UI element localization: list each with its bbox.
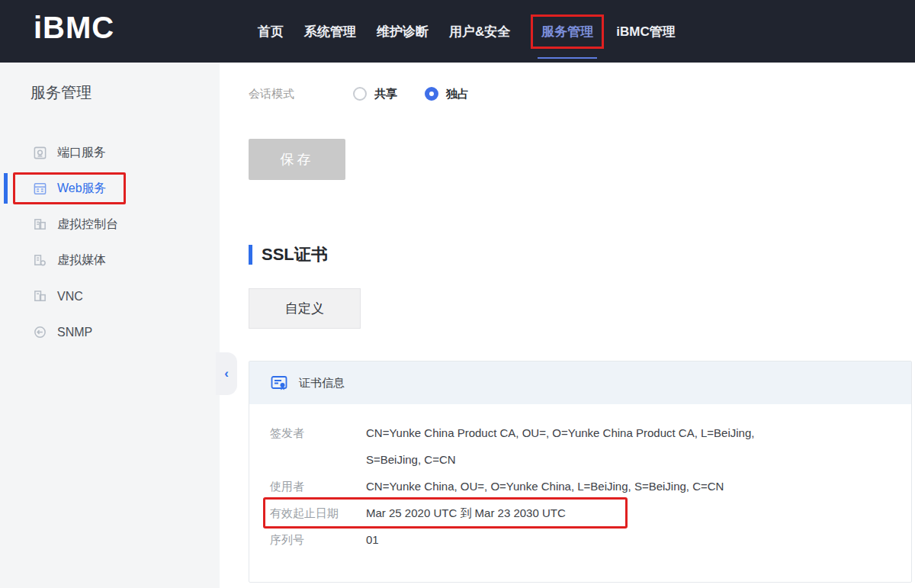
sidebar-item-vnc[interactable]: VNC [0, 278, 220, 314]
radio-shared-label: 共享 [374, 87, 397, 101]
nav-tab-service-management-label: 服务管理 [541, 24, 593, 39]
cert-row-issuer: 签发者 CN=Yunke China Product CA, OU=, O=Yu… [270, 419, 888, 473]
nav-tab-system-management[interactable]: 系统管理 [304, 23, 356, 40]
radio-shared-dot [353, 87, 367, 101]
chevron-left-icon: ‹ [224, 366, 229, 381]
sidebar-title: 服务管理 [0, 63, 220, 103]
section-accent-bar [249, 245, 252, 265]
radio-exclusive-label: 独占 [446, 87, 469, 101]
virtual-media-icon [32, 253, 47, 268]
sidebar-item-label: SNMP [57, 326, 92, 339]
sidebar-item-label: 虚拟媒体 [57, 252, 106, 268]
ibmc-logo: iBMC [34, 11, 114, 45]
cert-validity-value: Mar 25 2020 UTC 到 Mar 23 2030 UTC [366, 500, 566, 526]
ssl-section-title: SSL证书 [262, 243, 328, 266]
main-nav: 首页 系统管理 维护诊断 用户&安全 服务管理 iBMC管理 [258, 0, 696, 63]
certificate-panel-body: 签发者 CN=Yunke China Product CA, OU=, O=Yu… [249, 404, 911, 553]
nav-tab-user-security[interactable]: 用户&安全 [449, 23, 510, 40]
custom-certificate-button[interactable]: 自定义 [249, 288, 361, 329]
sidebar-item-label: 端口服务 [57, 145, 106, 161]
cert-subject-label: 使用者 [270, 473, 366, 500]
sidebar-item-virtual-media[interactable]: 虚拟媒体 [0, 243, 220, 278]
cert-validity-label: 有效起止日期 [270, 500, 366, 526]
nav-tab-service-management[interactable]: 服务管理 [531, 14, 604, 49]
certificate-panel-title: 证书信息 [299, 376, 345, 390]
cert-row-validity: 有效起止日期 Mar 25 2020 UTC 到 Mar 23 2030 UTC [270, 500, 888, 526]
active-tab-underline [538, 57, 597, 59]
sidebar: 服务管理 端口服务 Web服务 [0, 63, 220, 588]
sidebar-item-label: VNC [57, 290, 83, 304]
cert-serial-value: 01 [366, 526, 379, 553]
cert-subject-value: CN=Yunke China, OU=, O=Yunke China, L=Be… [366, 473, 724, 500]
active-item-indicator [4, 173, 8, 204]
top-bar: iBMC 首页 系统管理 维护诊断 用户&安全 服务管理 iBMC管理 [0, 0, 915, 63]
radio-shared[interactable]: 共享 [353, 87, 397, 101]
port-services-icon [32, 146, 47, 161]
cert-row-serial: 序列号 01 [270, 526, 888, 553]
radio-exclusive-dot [425, 87, 438, 101]
sidebar-item-label: Web服务 [57, 181, 107, 197]
cert-row-subject: 使用者 CN=Yunke China, OU=, O=Yunke China, … [270, 473, 888, 500]
save-button[interactable]: 保存 [249, 139, 345, 180]
web-services-icon [32, 182, 47, 197]
certificate-info-panel: 证书信息 签发者 CN=Yunke China Product CA, OU=,… [249, 361, 912, 583]
nav-tab-home[interactable]: 首页 [258, 23, 284, 40]
sidebar-item-web-services[interactable]: Web服务 [0, 171, 220, 207]
nav-tab-ibmc-management[interactable]: iBMC管理 [616, 23, 675, 40]
cert-issuer-label: 签发者 [270, 419, 366, 473]
sidebar-item-snmp[interactable]: SNMP [0, 314, 220, 350]
cert-issuer-value: CN=Yunke China Product CA, OU=, O=Yunke … [366, 419, 812, 473]
snmp-icon [32, 325, 47, 340]
certificate-icon [270, 374, 288, 392]
nav-tab-maintenance-diagnosis[interactable]: 维护诊断 [377, 23, 429, 40]
ssl-section-heading: SSL证书 [249, 243, 915, 266]
main-content: 会话模式 共享 独占 保存 SSL证书 自定义 证书信息 [220, 63, 915, 588]
radio-exclusive[interactable]: 独占 [425, 87, 469, 101]
sidebar-item-virtual-console[interactable]: 虚拟控制台 [0, 207, 220, 243]
vnc-icon [32, 289, 47, 304]
virtual-console-icon [32, 217, 47, 233]
certificate-panel-header: 证书信息 [249, 361, 911, 404]
cert-serial-label: 序列号 [270, 526, 366, 553]
session-mode-row: 会话模式 共享 独占 [249, 83, 915, 104]
sidebar-collapse-handle[interactable]: ‹ [216, 352, 237, 395]
sidebar-item-port-services[interactable]: 端口服务 [0, 135, 220, 171]
sidebar-menu: 端口服务 Web服务 虚拟控制台 [0, 135, 220, 350]
session-mode-label: 会话模式 [249, 87, 353, 101]
sidebar-item-label: 虚拟控制台 [57, 217, 118, 233]
